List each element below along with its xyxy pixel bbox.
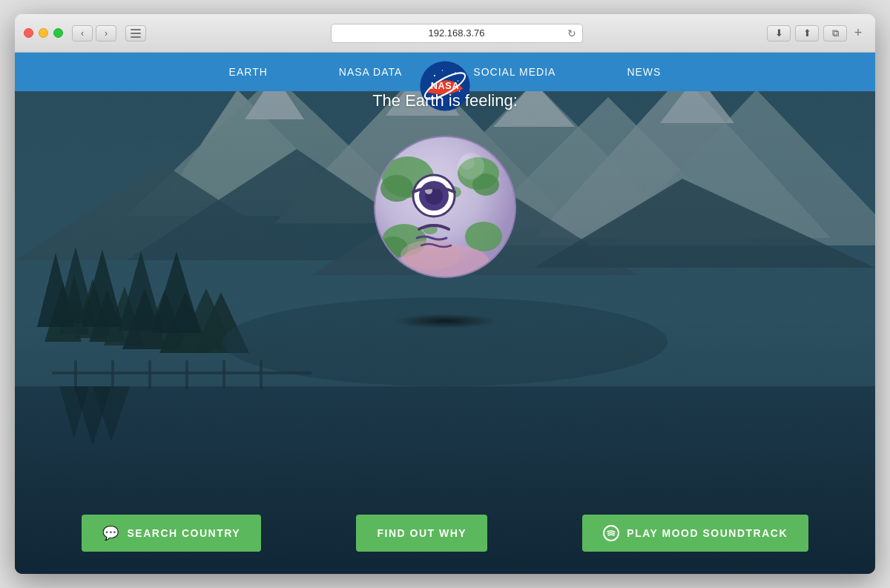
svg-point-50	[434, 75, 435, 76]
svg-point-63	[380, 175, 413, 202]
reload-button[interactable]: ↻	[567, 27, 576, 39]
svg-rect-0	[131, 29, 141, 30]
maximize-button[interactable]	[53, 28, 63, 38]
tabs-button[interactable]: ⧉	[823, 25, 847, 42]
back-button[interactable]: ‹	[72, 25, 93, 42]
close-button[interactable]	[24, 28, 33, 38]
play-mood-soundtrack-button[interactable]: PLAY MOOD SOUNDTRACK	[582, 515, 808, 552]
new-tab-button[interactable]: +	[850, 25, 866, 42]
hero-section: The Earth is feeling:	[15, 91, 875, 574]
nav-links: EARTH NASA DATA	[15, 66, 875, 78]
traffic-lights	[24, 28, 63, 38]
browser-actions: ⬇ ⬆ ⧉	[767, 25, 847, 42]
browser-window: ‹ › 🌐 192.168.3.76 ↻ ⬇ ⬆ ⧉ +	[15, 14, 875, 574]
play-mood-soundtrack-label: PLAY MOOD SOUNDTRACK	[627, 527, 788, 539]
bottom-buttons: 💬 SEARCH COUNTRY FIND OUT WHY PLAY MOO	[15, 515, 875, 574]
svg-point-68	[465, 222, 502, 251]
svg-point-79	[460, 155, 475, 170]
svg-rect-1	[131, 33, 141, 34]
nav-item-nasa-data[interactable]: NASA DATA	[303, 66, 438, 78]
url-text: 192.168.3.76	[429, 27, 485, 39]
find-out-why-label: FIND OUT WHY	[377, 527, 467, 539]
hero-tagline: The Earth is feeling:	[372, 91, 518, 110]
svg-point-54	[442, 70, 443, 70]
search-country-button[interactable]: 💬 SEARCH COUNTRY	[82, 515, 261, 552]
address-bar[interactable]: 192.168.3.76 ↻	[331, 24, 583, 43]
earth-globe	[363, 125, 527, 288]
forward-button[interactable]: ›	[96, 25, 116, 42]
earth-emoji-container	[363, 125, 527, 291]
nav-item-earth[interactable]: EARTH	[194, 66, 303, 78]
download-button[interactable]: ⬇	[767, 25, 791, 42]
search-country-label: SEARCH COUNTRY	[128, 527, 241, 539]
page-content: EARTH NASA DATA	[15, 53, 875, 574]
address-bar-container: 🌐 192.168.3.76 ↻	[152, 24, 761, 43]
svg-text:NASA: NASA	[431, 81, 459, 91]
globe-shadow	[393, 314, 497, 328]
share-button[interactable]: ⬆	[795, 25, 819, 42]
browser-titlebar: ‹ › 🌐 192.168.3.76 ↻ ⬇ ⬆ ⧉ +	[15, 14, 875, 53]
minimize-button[interactable]	[39, 28, 48, 38]
nav-item-news[interactable]: NEWS	[591, 66, 696, 78]
svg-rect-2	[131, 36, 141, 38]
find-out-why-button[interactable]: FIND OUT WHY	[356, 515, 487, 552]
chat-bubble-icon: 💬	[102, 525, 120, 541]
navbar: EARTH NASA DATA	[15, 53, 875, 91]
spotify-icon	[603, 525, 619, 541]
sidebar-button[interactable]	[125, 25, 146, 42]
nav-buttons: ‹ ›	[72, 25, 116, 42]
